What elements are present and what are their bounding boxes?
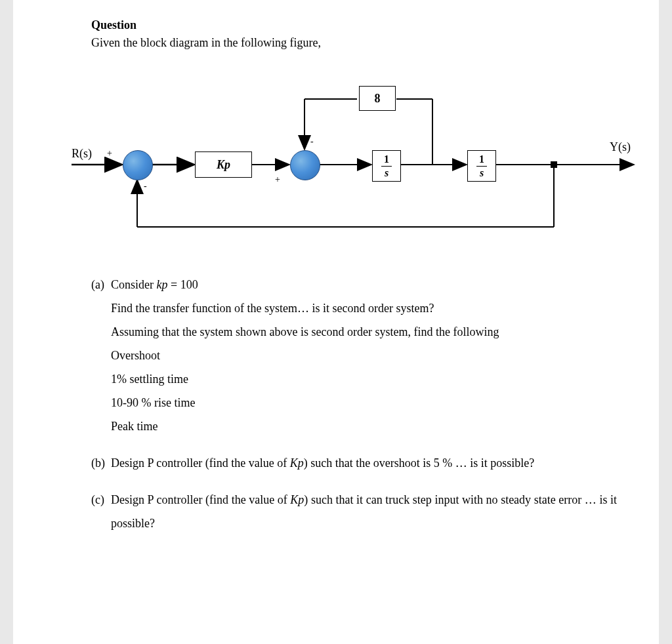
a-line4: Overshoot: [91, 344, 617, 367]
summing-junction-1: [123, 150, 153, 180]
summing-junction-2: [290, 150, 320, 180]
frac-1-den: s: [385, 167, 388, 178]
c-text-pre: Design P controller (find the value of: [111, 493, 290, 506]
frac-1: 1 s: [381, 154, 392, 178]
a-line2: Find the transfer function of the system…: [91, 296, 617, 320]
a-line7: Peak time: [91, 414, 617, 438]
sum1-plus-sign: +: [107, 148, 112, 159]
sum2-minus-sign: -: [310, 136, 314, 147]
part-c: (c) Design P controller (find the value …: [91, 488, 617, 535]
output-label: Y(s): [610, 140, 631, 154]
b-text-post: ) such that the overshoot is 5 % … is it…: [304, 456, 534, 470]
a-line5: 1% settling time: [91, 367, 617, 391]
b-text-var: Kp: [290, 456, 304, 470]
part-a-marker: (a): [91, 273, 111, 296]
a-line1-post: = 100: [168, 278, 198, 291]
input-label: R(s): [72, 147, 92, 161]
frac-2-num: 1: [476, 154, 487, 167]
block-integrator-1: 1 s: [372, 150, 401, 182]
frac-2-den: s: [480, 167, 484, 178]
block-feedback-label: 8: [375, 92, 381, 106]
part-a: (a) Consider kp = 100 Find the transfer …: [91, 273, 617, 438]
frac-2: 1 s: [476, 154, 487, 178]
frac-1-num: 1: [381, 154, 392, 167]
question-heading: Question: [91, 18, 617, 32]
question-intro: Given the block diagram in the following…: [91, 36, 617, 50]
page: Question Given the block diagram in the …: [13, 0, 659, 644]
c-text-var: Kp: [290, 493, 304, 506]
block-kp-label: Kp: [217, 158, 230, 172]
block-feedback-gain: 8: [359, 86, 396, 111]
sum1-minus-sign: -: [144, 181, 147, 191]
part-c-marker: (c): [91, 488, 111, 535]
block-kp: Kp: [195, 151, 252, 178]
part-b: (b) Design P controller (find the value …: [91, 451, 617, 475]
block-diagram: R(s) Y(s) + - Kp + - 8 1 s: [72, 56, 642, 253]
a-line1-pre: Consider: [111, 278, 157, 291]
a-line1-var: kp: [157, 278, 168, 291]
sum2-plus-sign: +: [275, 174, 280, 185]
diagram-wires: [72, 56, 642, 253]
a-line6: 10-90 % rise time: [91, 391, 617, 414]
a-line3: Assuming that the system shown above is …: [91, 320, 617, 344]
svg-rect-13: [551, 161, 557, 168]
part-b-marker: (b): [91, 451, 111, 475]
block-integrator-2: 1 s: [467, 150, 496, 182]
b-text-pre: Design P controller (find the value of: [111, 456, 290, 470]
content-area: Question Given the block diagram in the …: [16, 18, 656, 535]
